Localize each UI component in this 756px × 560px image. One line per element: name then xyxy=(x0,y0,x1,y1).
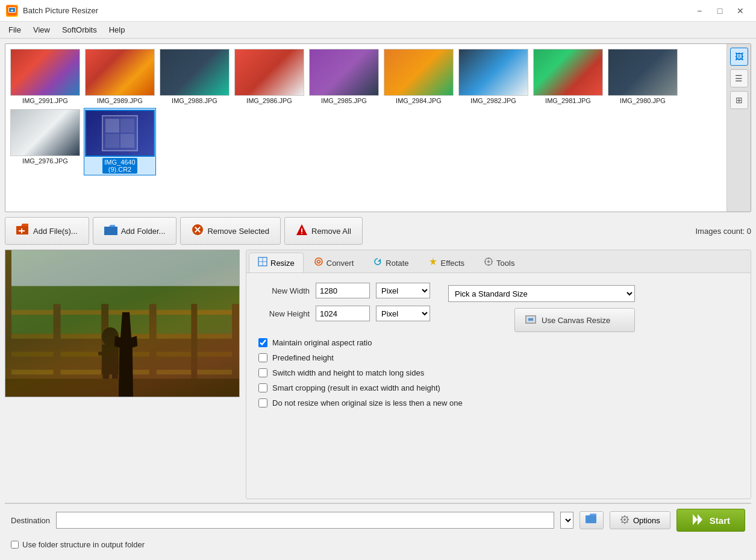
image-name: IMG_2986.JPG xyxy=(246,97,292,104)
images-count: Images count: 0 xyxy=(696,227,752,236)
svg-marker-10 xyxy=(104,225,115,227)
list-view-button[interactable]: ☰ xyxy=(730,69,748,87)
image-name: IMG_2980.JPG xyxy=(620,97,666,104)
svg-rect-8 xyxy=(19,230,25,231)
tab-resize[interactable]: Resize xyxy=(249,253,304,272)
list-item[interactable]: IMG_2988.JPG xyxy=(158,48,231,105)
width-input[interactable] xyxy=(316,283,370,298)
list-item[interactable]: IMG_2984.JPG xyxy=(383,48,455,105)
maintain-aspect-ratio-checkbox[interactable] xyxy=(258,338,267,347)
smart-cropping-checkbox[interactable] xyxy=(258,383,267,392)
start-icon xyxy=(692,514,705,527)
image-name: IMG_2985.JPG xyxy=(321,97,367,104)
destination-dropdown[interactable] xyxy=(560,512,573,529)
remove-selected-icon xyxy=(192,224,204,239)
tab-effects[interactable]: Effects xyxy=(419,253,474,272)
switch-width-height-row[interactable]: Switch width and height to match long si… xyxy=(258,368,739,377)
svg-rect-23 xyxy=(5,352,239,357)
smart-cropping-label: Smart cropping (result in exact width an… xyxy=(272,383,440,392)
minimize-button[interactable]: − xyxy=(690,4,709,18)
menu-help[interactable]: Help xyxy=(103,24,131,36)
predefined-height-label: Predefined height xyxy=(272,353,334,362)
standard-size-select[interactable]: Pick a Standard Size 640x480 800x600 102… xyxy=(448,285,635,302)
use-folder-row: Use folder structure in output folder xyxy=(5,536,751,555)
remove-selected-button[interactable]: Remove Selected xyxy=(180,217,281,245)
do-not-resize-label: Do not resize when original size is less… xyxy=(272,398,463,407)
list-item[interactable]: IMG_2982.JPG xyxy=(457,48,530,105)
canvas-resize-button[interactable]: Use Canvas Resize xyxy=(514,308,635,332)
list-item[interactable]: IMG_2985.JPG xyxy=(308,48,380,105)
thumbnail-icon: 🖼 xyxy=(735,52,743,61)
do-not-resize-row[interactable]: Do not resize when original size is less… xyxy=(258,398,739,407)
preview-image-inner xyxy=(5,250,239,397)
tab-tools[interactable]: Tools xyxy=(475,253,523,272)
list-item[interactable]: IMG_2991.JPG xyxy=(9,48,81,105)
maximize-button[interactable]: □ xyxy=(710,4,729,18)
predefined-height-row[interactable]: Predefined height xyxy=(258,353,739,362)
menu-softorbits[interactable]: SoftOrbits xyxy=(56,24,103,36)
svg-line-62 xyxy=(626,521,628,523)
svg-rect-34 xyxy=(98,352,110,356)
list-icon: ☰ xyxy=(735,74,743,83)
image-name: IMG_2981.JPG xyxy=(545,97,591,104)
canvas-resize-icon xyxy=(525,313,537,327)
image-name: IMG_4640(9).CR2 xyxy=(102,158,137,174)
remove-all-button[interactable]: Remove All xyxy=(284,217,363,245)
height-unit-select[interactable]: Pixel Percent Inch Cm xyxy=(376,306,430,321)
smart-cropping-row[interactable]: Smart cropping (result in exact width an… xyxy=(258,383,739,392)
svg-rect-35 xyxy=(109,352,117,356)
menu-view[interactable]: View xyxy=(27,24,56,36)
predefined-height-checkbox[interactable] xyxy=(258,353,267,362)
do-not-resize-checkbox[interactable] xyxy=(258,398,267,407)
gallery-inner: IMG_2991.JPG IMG_2989.JPG IMG_2988.JPG I… xyxy=(5,44,726,212)
list-item[interactable]: IMG_2986.JPG xyxy=(233,48,305,105)
list-item[interactable]: IMG_2980.JPG xyxy=(607,48,679,105)
svg-point-45 xyxy=(487,260,490,263)
list-item[interactable]: IMG_2976.JPG xyxy=(9,108,81,175)
grid-view-button[interactable]: ⊞ xyxy=(730,91,748,109)
svg-marker-42 xyxy=(378,259,381,262)
menu-file[interactable]: File xyxy=(2,24,27,36)
convert-tab-icon xyxy=(314,257,323,269)
destination-input[interactable] xyxy=(56,512,554,529)
options-label: Options xyxy=(633,516,660,525)
svg-marker-65 xyxy=(693,514,698,525)
use-folder-checkbox-row[interactable]: Use folder structure in output folder xyxy=(11,540,745,549)
start-button[interactable]: Start xyxy=(676,509,745,532)
tab-rotate[interactable]: Rotate xyxy=(364,253,417,272)
list-item[interactable]: IMG_2981.JPG xyxy=(532,48,604,105)
lower-section: Resize Convert xyxy=(5,250,751,499)
destination-browse-button[interactable] xyxy=(579,511,604,529)
switch-width-height-label: Switch width and height to match long si… xyxy=(272,368,424,377)
thumbnail xyxy=(309,49,379,96)
maintain-aspect-ratio-row[interactable]: Maintain original aspect ratio xyxy=(258,338,739,347)
switch-width-height-checkbox[interactable] xyxy=(258,368,267,377)
thumbnail-view-button[interactable]: 🖼 xyxy=(730,48,748,66)
destination-label: Destination xyxy=(11,516,50,525)
browse-icon xyxy=(586,514,598,527)
svg-rect-25 xyxy=(5,250,11,397)
list-item[interactable]: IMG_4640(9).CR2 xyxy=(84,108,156,175)
add-folder-button[interactable]: Add Folder... xyxy=(93,217,177,245)
list-item[interactable]: IMG_2989.JPG xyxy=(84,48,156,105)
right-panel: Resize Convert xyxy=(246,250,751,499)
width-unit-select[interactable]: Pixel Percent Inch Cm xyxy=(376,283,430,298)
svg-marker-6 xyxy=(16,224,28,226)
tab-bar: Resize Convert xyxy=(246,250,751,273)
resize-checkboxes: Maintain original aspect ratio Predefine… xyxy=(258,338,739,407)
svg-line-63 xyxy=(626,516,628,517)
tab-convert[interactable]: Convert xyxy=(305,253,363,272)
options-button[interactable]: Options xyxy=(610,511,670,529)
svg-point-56 xyxy=(623,518,626,521)
add-files-button[interactable]: Add File(s)... xyxy=(5,217,89,245)
close-button[interactable]: ✕ xyxy=(731,4,750,18)
thumbnail xyxy=(384,49,454,96)
maintain-aspect-ratio-label: Maintain original aspect ratio xyxy=(272,338,372,347)
thumbnail xyxy=(10,49,80,96)
height-input[interactable] xyxy=(316,306,370,321)
svg-rect-22 xyxy=(5,334,239,339)
svg-rect-36 xyxy=(103,373,109,379)
add-files-icon xyxy=(16,224,30,239)
svg-rect-24 xyxy=(5,370,239,374)
use-folder-checkbox[interactable] xyxy=(11,541,19,549)
